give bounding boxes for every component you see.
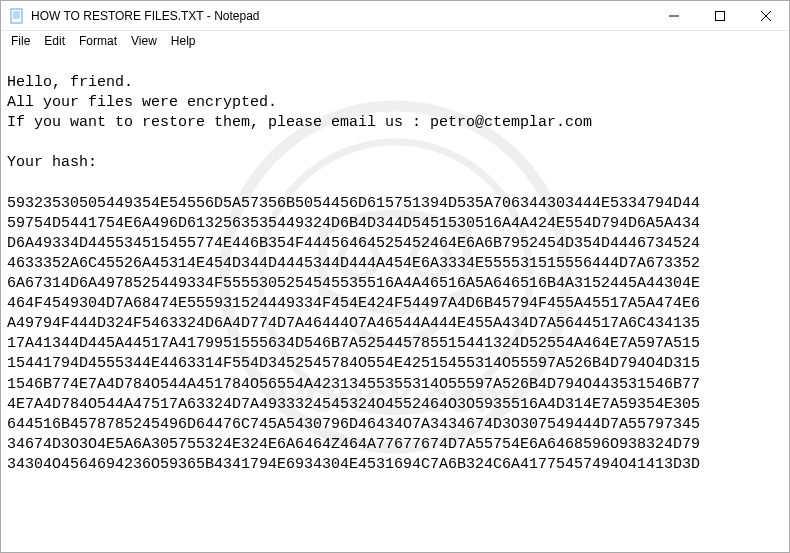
minimize-button[interactable] (651, 1, 697, 30)
maximize-button[interactable] (697, 1, 743, 30)
menubar: File Edit Format View Help (1, 31, 789, 51)
titlebar: HOW TO RESTORE FILES.TXT - Notepad (1, 1, 789, 31)
close-button[interactable] (743, 1, 789, 30)
menu-file[interactable]: File (5, 33, 36, 49)
menu-edit[interactable]: Edit (38, 33, 71, 49)
content-line: Hello, friend. (7, 74, 133, 91)
hash-block: 59323530505449354E54556D5A57356B5054456D… (7, 194, 707, 475)
content-line: Your hash: (7, 154, 97, 171)
window-title: HOW TO RESTORE FILES.TXT - Notepad (31, 9, 651, 23)
svg-rect-6 (716, 11, 725, 20)
window-controls (651, 1, 789, 30)
menu-format[interactable]: Format (73, 33, 123, 49)
notepad-icon (9, 8, 25, 24)
content-line: All your files were encrypted. (7, 94, 277, 111)
text-area[interactable]: Hello, friend. All your files were encry… (1, 51, 789, 497)
menu-help[interactable]: Help (165, 33, 202, 49)
menu-view[interactable]: View (125, 33, 163, 49)
content-line: If you want to restore them, please emai… (7, 114, 592, 131)
